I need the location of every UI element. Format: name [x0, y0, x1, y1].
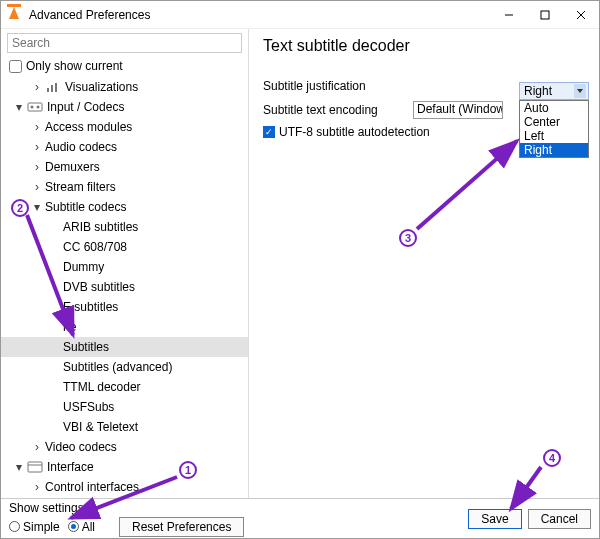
section-title: Text subtitle decoder	[263, 37, 585, 55]
justification-option[interactable]: Left	[520, 129, 588, 143]
svg-marker-12	[577, 89, 583, 93]
tree-item-label: Demuxers	[45, 160, 100, 174]
tree-item[interactable]: USFSubs	[1, 397, 248, 417]
svg-rect-5	[51, 85, 53, 92]
tree-item-label: E subtitles	[63, 300, 118, 314]
tree-item-label: Video codecs	[45, 440, 117, 454]
svg-point-8	[31, 106, 34, 109]
utf8-autodetect-label: UTF-8 subtitle autodetection	[279, 125, 430, 139]
chevron-right-icon[interactable]: ›	[31, 120, 43, 134]
subtitle-encoding-label: Subtitle text encoding	[263, 103, 413, 117]
tree-item-label: VBI & Teletext	[63, 420, 138, 434]
tree-item[interactable]: DVB subtitles	[1, 277, 248, 297]
show-all-radio[interactable]: All	[68, 520, 95, 534]
show-settings-label: Show settings	[9, 501, 468, 515]
tree-item-label: ARIB subtitles	[63, 220, 138, 234]
maximize-button[interactable]	[527, 1, 563, 29]
chevron-right-icon[interactable]: ›	[31, 440, 43, 454]
tree-item-label: Audio codecs	[45, 140, 117, 154]
search-field[interactable]	[7, 33, 242, 53]
svg-rect-7	[28, 103, 42, 111]
if-icon	[27, 461, 43, 473]
tree-item-label: Control interfaces	[45, 480, 139, 494]
save-button[interactable]: Save	[468, 509, 521, 529]
vlc-icon	[7, 7, 23, 23]
tree-item-label: Visualizations	[65, 80, 138, 94]
tree-item-label: TTML decoder	[63, 380, 141, 394]
chevron-right-icon[interactable]: ›	[31, 80, 43, 94]
tree-item[interactable]: ›Control interfaces	[1, 477, 248, 497]
justification-option[interactable]: Center	[520, 115, 588, 129]
only-show-current-checkbox[interactable]: Only show current	[1, 57, 248, 75]
tree-item[interactable]: E subtitles	[1, 297, 248, 317]
tree-item[interactable]: VBI & Teletext	[1, 417, 248, 437]
utf8-autodetect-checkbox[interactable]: ✓	[263, 126, 275, 138]
tree-item[interactable]: ▾Input / Codecs	[1, 97, 248, 117]
tree-item[interactable]: ›Visualizations	[1, 77, 248, 97]
tree-item[interactable]: CC 608/708	[1, 237, 248, 257]
tree-item[interactable]: ›Audio codecs	[1, 137, 248, 157]
minimize-button[interactable]	[491, 1, 527, 29]
show-simple-radio[interactable]: Simple	[9, 520, 60, 534]
tree-item[interactable]: Subtitles (advanced)	[1, 357, 248, 377]
tree-item[interactable]: ›Video codecs	[1, 437, 248, 457]
search-input[interactable]	[7, 33, 242, 53]
subtitle-justification-select[interactable]: Right	[519, 82, 589, 100]
tree-item-label: Interface	[47, 460, 94, 474]
close-button[interactable]	[563, 1, 599, 29]
tree-item[interactable]: ARIB subtitles	[1, 217, 248, 237]
tree-item[interactable]: ne	[1, 317, 248, 337]
subtitle-encoding-value[interactable]: Default (Windows-1252	[413, 101, 503, 119]
chevron-down-icon[interactable]: ▾	[13, 100, 25, 114]
svg-rect-10	[28, 462, 42, 472]
radio-simple-label: Simple	[23, 520, 60, 534]
chevron-down-icon[interactable]: ▾	[31, 200, 43, 214]
justification-option[interactable]: Auto	[520, 101, 588, 115]
tree-item-label: USFSubs	[63, 400, 114, 414]
only-show-current-label: Only show current	[26, 59, 123, 73]
tree-item-label: Subtitles (advanced)	[63, 360, 172, 374]
justification-selected: Right	[524, 84, 552, 98]
svg-rect-1	[541, 11, 549, 19]
reset-preferences-button[interactable]: Reset Preferences	[119, 517, 244, 537]
chevron-right-icon[interactable]: ›	[31, 480, 43, 494]
tree-item-label: ne	[63, 320, 76, 334]
tree-item-label: CC 608/708	[63, 240, 127, 254]
tree-item-label: Subtitle codecs	[45, 200, 126, 214]
tree-item[interactable]: ▾Subtitle codecs	[1, 197, 248, 217]
svg-rect-6	[55, 83, 57, 92]
tree-item[interactable]: ›Stream filters	[1, 177, 248, 197]
tree-item-label: Subtitles	[63, 340, 109, 354]
tree-item[interactable]: Dummy	[1, 257, 248, 277]
tree-item[interactable]: Subtitles	[1, 337, 248, 357]
tree-item-label: Stream filters	[45, 180, 116, 194]
justification-option[interactable]: Right	[520, 143, 588, 157]
tree-item[interactable]: ›Access modules	[1, 117, 248, 137]
tree-item[interactable]: ›Demuxers	[1, 157, 248, 177]
cancel-button[interactable]: Cancel	[528, 509, 591, 529]
tree-item-label: Dummy	[63, 260, 104, 274]
viz-icon	[45, 81, 61, 93]
io-icon	[27, 101, 43, 113]
chevron-down-icon[interactable]: ▾	[13, 460, 25, 474]
tree-item-label: DVB subtitles	[63, 280, 135, 294]
svg-rect-4	[47, 88, 49, 92]
tree-item-label: Access modules	[45, 120, 132, 134]
radio-all-label: All	[82, 520, 95, 534]
tree-item-label: Input / Codecs	[47, 100, 124, 114]
subtitle-justification-label: Subtitle justification	[263, 79, 413, 93]
titlebar: Advanced Preferences	[1, 1, 599, 29]
preferences-tree[interactable]: ›Visualizations▾Input / Codecs›Access mo…	[1, 75, 248, 498]
chevron-right-icon[interactable]: ›	[31, 160, 43, 174]
tree-item[interactable]: ▾Interface	[1, 457, 248, 477]
dropdown-arrow-icon	[574, 84, 586, 98]
chevron-right-icon[interactable]: ›	[31, 180, 43, 194]
svg-point-9	[37, 106, 40, 109]
justification-dropdown[interactable]: AutoCenterLeftRight	[519, 100, 589, 158]
window-title: Advanced Preferences	[29, 8, 491, 22]
only-show-current-input[interactable]	[9, 60, 22, 73]
chevron-right-icon[interactable]: ›	[31, 140, 43, 154]
tree-item[interactable]: TTML decoder	[1, 377, 248, 397]
